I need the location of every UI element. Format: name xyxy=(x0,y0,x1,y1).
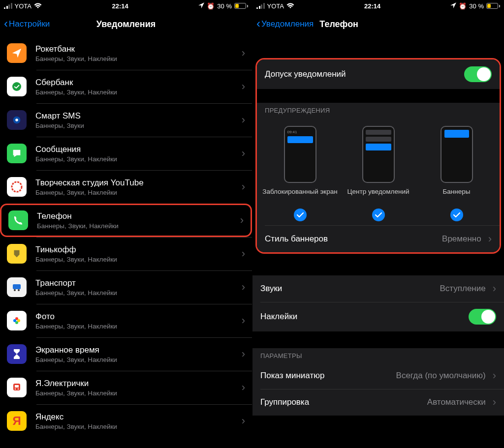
row-text: Экранное времяБаннеры, Звуки, Наклейки xyxy=(35,345,238,363)
row-text: ТинькоффБаннеры, Звуки, Наклейки xyxy=(35,245,238,263)
app-row-yt[interactable]: Творческая студия YouTubeБаннеры, Звуки,… xyxy=(0,170,252,204)
app-icon xyxy=(7,77,27,96)
app-detail: Баннеры, Звуки xyxy=(35,122,238,129)
page-title: Телефон xyxy=(319,19,358,30)
app-detail: Баннеры, Звуки, Наклейки xyxy=(35,89,238,96)
alerts-highlight-box: Допуск уведомлений ПРЕДУПРЕЖДЕНИЯ 09:41 … xyxy=(255,58,501,254)
sounds-label: Звуки xyxy=(260,284,282,294)
row-text: СбербанкБаннеры, Звуки, Наклейки xyxy=(35,78,238,96)
location-icon xyxy=(198,2,204,10)
wifi-icon xyxy=(34,3,42,9)
back-label: Настройки xyxy=(9,19,50,29)
app-row-screen[interactable]: Экранное времяБаннеры, Звуки, Наклейки› xyxy=(0,337,252,371)
app-name: Фото xyxy=(35,312,238,322)
app-name: Рокетбанк xyxy=(35,44,238,54)
allow-notifications-row[interactable]: Допуск уведомлений xyxy=(257,60,500,89)
chevron-right-icon: › xyxy=(242,147,245,160)
app-name: Яндекс xyxy=(35,412,238,422)
signal-icon xyxy=(4,3,12,9)
chevron-right-icon: › xyxy=(242,114,245,126)
alert-banners[interactable]: Баннеры xyxy=(418,126,495,221)
banners-device-icon xyxy=(441,126,473,183)
spacer xyxy=(252,331,504,348)
app-detail: Баннеры, Звуки, Наклейки xyxy=(35,356,238,363)
app-row-sms[interactable]: Смарт SMSБаннеры, Звуки› xyxy=(0,103,252,137)
alert-label: Баннеры xyxy=(443,188,471,205)
back-label: Уведомления xyxy=(261,19,314,29)
battery-pct: 30 % xyxy=(469,2,484,10)
app-icon xyxy=(7,244,27,264)
nav-header: ‹ Настройки Уведомления xyxy=(0,12,252,36)
alert-label: Заблокированный экран xyxy=(262,188,338,205)
alerts-header: ПРЕДУПРЕЖДЕНИЯ xyxy=(257,103,500,117)
signal-icon xyxy=(256,3,265,9)
svg-rect-12 xyxy=(15,385,19,388)
app-detail: Баннеры, Звуки, Наклейки xyxy=(37,222,236,230)
app-row-tink[interactable]: ТинькоффБаннеры, Звуки, Наклейки› xyxy=(0,237,252,270)
app-row-sber[interactable]: СбербанкБаннеры, Звуки, Наклейки› xyxy=(0,70,252,103)
preview-row[interactable]: Показ миниатюр Всегда (по умолчанию) › xyxy=(252,362,504,389)
phone-left: YOTA 22:14 ⏰ 30 % ‹ Настройки Уведомлени… xyxy=(0,0,252,448)
app-icon xyxy=(7,177,27,197)
app-row-yandex[interactable]: ЯЯндексБаннеры, Звуки, Наклейки› xyxy=(0,404,252,438)
alert-lock-screen[interactable]: 09:41 Заблокированный экран xyxy=(261,126,339,221)
app-detail: Баннеры, Звуки, Наклейки xyxy=(35,189,238,196)
app-name: Я.Электрички xyxy=(35,379,238,388)
chevron-right-icon: › xyxy=(242,247,245,260)
app-row-trans[interactable]: ТранспортБаннеры, Звуки, Наклейки› xyxy=(0,270,252,304)
allow-toggle[interactable] xyxy=(464,66,492,82)
apps-list: РокетбанкБаннеры, Звуки, Наклейки›Сберба… xyxy=(0,36,252,438)
badges-row[interactable]: Наклейки xyxy=(252,302,504,331)
svg-point-3 xyxy=(12,182,22,192)
app-name: Тинькофф xyxy=(35,245,238,255)
app-icon: Я xyxy=(7,411,27,431)
chevron-right-icon: › xyxy=(493,396,496,409)
badges-label: Наклейки xyxy=(260,312,297,322)
status-bar: YOTA 22:14 ⏰ 30 % xyxy=(0,0,252,12)
chevron-right-icon: › xyxy=(493,369,496,382)
svg-point-5 xyxy=(14,289,16,291)
svg-point-2 xyxy=(15,119,18,121)
app-icon xyxy=(7,277,27,297)
spacer xyxy=(252,36,504,55)
sounds-row[interactable]: Звуки Вступление › xyxy=(252,275,504,302)
svg-rect-4 xyxy=(13,284,21,289)
params-header: ПАРАМЕТРЫ xyxy=(252,348,504,362)
battery-icon xyxy=(486,3,500,9)
app-icon xyxy=(7,311,27,330)
status-time: 22:14 xyxy=(364,2,380,10)
app-row-msg[interactable]: СообщенияБаннеры, Звуки, Наклейки› xyxy=(0,137,252,170)
phone-right: YOTA 22:14 ⏰ 30 % ‹ Уведомления Телефон xyxy=(252,0,504,448)
grouping-value: Автоматически xyxy=(427,397,486,407)
battery-icon xyxy=(234,3,248,9)
chevron-right-icon: › xyxy=(242,80,245,93)
app-name: Транспорт xyxy=(35,278,238,288)
banner-style-row[interactable]: Стиль баннеров Временно › xyxy=(257,226,500,252)
check-icon xyxy=(294,209,307,221)
sounds-group: Звуки Вступление › Наклейки xyxy=(252,275,504,331)
grouping-row[interactable]: Группировка Автоматически › xyxy=(252,389,504,416)
chevron-left-icon: ‹ xyxy=(256,18,260,30)
app-name: Сообщения xyxy=(35,145,238,154)
svg-point-14 xyxy=(18,388,19,389)
badges-toggle[interactable] xyxy=(469,309,496,325)
app-name: Смарт SMS xyxy=(35,111,238,121)
app-row-phone[interactable]: ТелефонБаннеры, Звуки, Наклейки› xyxy=(0,204,252,237)
app-row-rocket[interactable]: РокетбанкБаннеры, Звуки, Наклейки› xyxy=(0,36,252,70)
wifi-icon xyxy=(286,3,294,9)
alert-notification-center[interactable]: Центр уведомлений xyxy=(340,126,417,221)
app-detail: Баннеры, Звуки, Наклейки xyxy=(35,289,238,297)
alerts-group: ПРЕДУПРЕЖДЕНИЯ 09:41 Заблокированный экр… xyxy=(257,103,500,252)
allow-group: Допуск уведомлений xyxy=(257,60,500,89)
chevron-right-icon: › xyxy=(242,348,245,360)
spacer xyxy=(252,259,504,275)
chevron-right-icon: › xyxy=(240,214,244,227)
app-detail: Баннеры, Звуки, Наклейки xyxy=(35,423,238,430)
back-button[interactable]: ‹ Настройки xyxy=(4,19,50,30)
row-text: РокетбанкБаннеры, Звуки, Наклейки xyxy=(35,44,238,62)
back-button[interactable]: ‹ Уведомления xyxy=(256,19,314,30)
app-row-train[interactable]: Я.ЭлектричкиБаннеры, Звуки, Наклейки› xyxy=(0,371,252,404)
row-text: Творческая студия YouTubeБаннеры, Звуки,… xyxy=(35,178,238,196)
app-detail: Баннеры, Звуки, Наклейки xyxy=(35,155,238,163)
app-row-photo[interactable]: ФотоБаннеры, Звуки, Наклейки› xyxy=(0,304,252,337)
